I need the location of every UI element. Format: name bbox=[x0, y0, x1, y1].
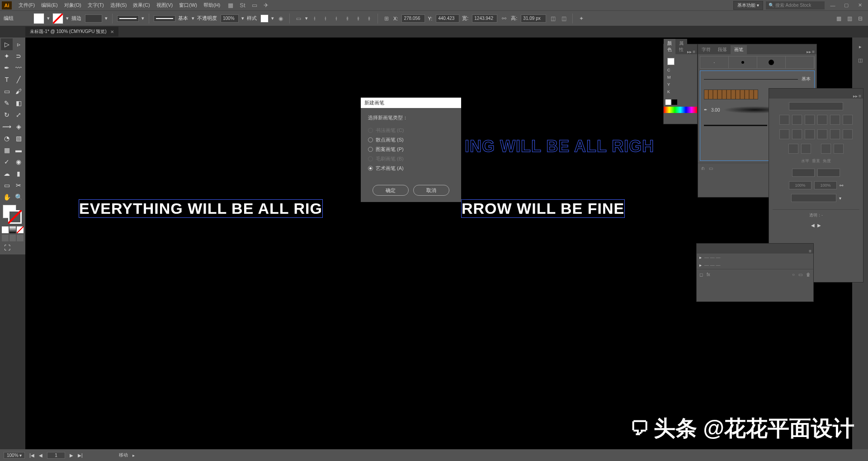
para-tab[interactable]: 段落 bbox=[714, 45, 731, 54]
radio-pattern[interactable]: 图案画笔 (P) bbox=[368, 145, 454, 154]
mesh-tool[interactable]: ▦ bbox=[1, 144, 13, 156]
hand-tool[interactable]: ✋ bbox=[1, 191, 13, 203]
color-mode-fill[interactable] bbox=[2, 226, 9, 233]
minimize-button[interactable]: — bbox=[827, 1, 838, 9]
pf-3[interactable] bbox=[821, 144, 831, 154]
pf-1[interactable] bbox=[788, 144, 798, 154]
artboard-next-icon[interactable]: ▶ bbox=[70, 453, 73, 458]
cancel-button[interactable]: 取消 bbox=[413, 185, 449, 196]
trans-h[interactable] bbox=[817, 169, 840, 177]
stroke-weight-input[interactable] bbox=[85, 14, 102, 23]
radio-scatter[interactable]: 散点画笔 (S) bbox=[368, 135, 454, 145]
brush-tab[interactable]: 画笔 bbox=[731, 45, 747, 54]
white-sw[interactable] bbox=[665, 99, 671, 105]
brush-lib-icon[interactable]: ⫙ bbox=[701, 166, 705, 171]
pf-2[interactable] bbox=[801, 144, 811, 154]
stroke-dropdown-icon[interactable]: ▾ bbox=[66, 15, 69, 21]
width-tool[interactable]: ⟿ bbox=[1, 121, 13, 132]
dist-5[interactable] bbox=[830, 129, 840, 139]
scale-tool[interactable]: ⤢ bbox=[13, 109, 24, 121]
arrange-icon[interactable]: ▭ bbox=[252, 2, 257, 9]
appear-fx-icon[interactable]: fx bbox=[707, 272, 710, 277]
black-sw[interactable] bbox=[672, 99, 677, 105]
appear-row-2[interactable]: ▸— — — bbox=[697, 261, 813, 269]
prev-icon[interactable]: ◀ bbox=[811, 223, 815, 228]
fill-swatch[interactable] bbox=[33, 13, 44, 24]
align-hcenter-icon[interactable]: ⫲ bbox=[321, 14, 330, 23]
artboard-prev-icon[interactable]: ◀ bbox=[39, 453, 42, 458]
shape-icon-2[interactable]: ◫ bbox=[560, 14, 568, 23]
dist-2[interactable] bbox=[792, 129, 802, 139]
rect-tool[interactable]: ▭ bbox=[1, 85, 13, 97]
brush-item-basic[interactable]: 基本 bbox=[702, 73, 812, 85]
var-width-profile[interactable] bbox=[117, 15, 139, 22]
dock-properties-icon[interactable]: ▸ bbox=[856, 42, 865, 51]
y-input[interactable] bbox=[436, 14, 459, 23]
align-right-icon[interactable]: ⫲ bbox=[332, 14, 340, 23]
menu-effect[interactable]: 效果(C) bbox=[130, 2, 153, 9]
workspace-selector[interactable]: 基本功能 ▾ bbox=[733, 1, 763, 10]
align-t[interactable] bbox=[817, 115, 827, 125]
style-dropdown-icon[interactable]: ▾ bbox=[271, 15, 274, 21]
artboard-tool[interactable]: ▭ bbox=[1, 179, 13, 191]
type-tool[interactable]: T bbox=[1, 74, 13, 85]
scale-y[interactable] bbox=[814, 181, 837, 189]
trans-menu-icon[interactable]: ≡ bbox=[859, 94, 861, 99]
selection-tool[interactable]: ▷ bbox=[1, 38, 13, 50]
appear-menu-icon[interactable]: ≡ bbox=[809, 249, 811, 254]
stock-icon[interactable]: St bbox=[240, 2, 245, 9]
trans-w[interactable] bbox=[792, 169, 815, 177]
eyedrop-tool[interactable]: ✓ bbox=[1, 156, 13, 168]
x-input[interactable] bbox=[401, 14, 425, 23]
dist-4[interactable] bbox=[817, 129, 827, 139]
next-icon[interactable]: ▶ bbox=[817, 223, 821, 228]
free-transform-tool[interactable]: ◈ bbox=[13, 121, 24, 132]
draw-inside[interactable] bbox=[17, 235, 24, 241]
opacity-input[interactable] bbox=[221, 14, 239, 23]
recolor-icon[interactable]: ◉ bbox=[277, 14, 285, 23]
zoom-tool[interactable]: 🔍 bbox=[13, 191, 24, 203]
brush-thumb-1[interactable]: · bbox=[700, 56, 729, 68]
dock-libraries-icon[interactable]: ◫ bbox=[856, 56, 865, 65]
panel-fill-sw[interactable] bbox=[667, 58, 675, 65]
bridge-icon[interactable]: ▦ bbox=[228, 2, 233, 9]
perspective-tool[interactable]: ▧ bbox=[13, 132, 24, 144]
menu-type[interactable]: 文字(T) bbox=[85, 2, 107, 9]
draw-behind[interactable] bbox=[9, 235, 16, 241]
lasso-tool[interactable]: ⊃ bbox=[13, 50, 24, 62]
fill-dropdown-icon[interactable]: ▾ bbox=[47, 15, 50, 21]
gradient-tool[interactable]: ▬ bbox=[13, 144, 24, 156]
panel-menu-icon[interactable]: ≡ bbox=[693, 49, 695, 54]
align-doc-icon[interactable]: ▭ bbox=[294, 14, 302, 23]
char-tab[interactable]: 字符 bbox=[698, 45, 714, 54]
shape-icon-1[interactable]: ◫ bbox=[549, 14, 557, 23]
menu-select[interactable]: 选择(S) bbox=[107, 2, 130, 9]
appear-row-1[interactable]: ▸— — — bbox=[697, 254, 813, 261]
style-swatch[interactable] bbox=[260, 14, 269, 23]
transform-icon[interactable]: ⊞ bbox=[382, 14, 391, 23]
ok-button[interactable]: 确定 bbox=[373, 185, 409, 196]
scale-x[interactable] bbox=[789, 181, 811, 189]
close-button[interactable]: ✕ bbox=[854, 1, 865, 9]
canvas-text-outline[interactable]: ING WILL BE ALL RIGH bbox=[465, 137, 654, 156]
canvas-text-left[interactable]: EVERYTHING WILL BE ALL RIG bbox=[79, 199, 323, 218]
align-left-icon[interactable]: ⫲ bbox=[311, 14, 319, 23]
align-r[interactable] bbox=[805, 115, 815, 125]
align-c[interactable] bbox=[792, 115, 802, 125]
opacity-dropdown-icon[interactable]: ▾ bbox=[241, 15, 244, 21]
attr-tab[interactable]: 属性 bbox=[675, 39, 687, 54]
menu-view[interactable]: 视图(V) bbox=[153, 2, 176, 9]
eraser-tool[interactable]: ◧ bbox=[13, 97, 24, 109]
link-icon[interactable]: ⚯ bbox=[840, 183, 843, 188]
stroke-swatch[interactable] bbox=[52, 13, 63, 24]
color-picker[interactable] bbox=[1, 203, 24, 226]
align-top-icon[interactable]: ⫵ bbox=[343, 14, 351, 23]
radio-art[interactable]: 艺术画笔 (A) bbox=[368, 164, 454, 173]
line-tool[interactable]: ╱ bbox=[13, 74, 24, 85]
status-more-icon[interactable]: ▸ bbox=[132, 453, 135, 458]
brush-tool[interactable]: 🖌 bbox=[13, 85, 24, 97]
gpu-icon[interactable]: ✈ bbox=[264, 2, 269, 9]
brush-thumb-3[interactable] bbox=[757, 56, 786, 68]
align-b[interactable] bbox=[843, 115, 853, 125]
h-input[interactable] bbox=[521, 14, 546, 23]
